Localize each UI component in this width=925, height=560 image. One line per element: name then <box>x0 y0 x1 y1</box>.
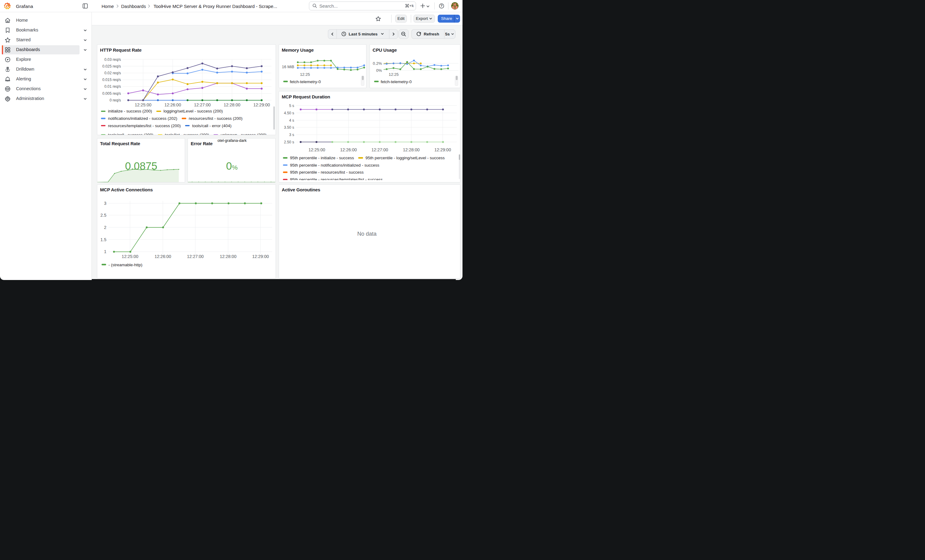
svg-text:12:25: 12:25 <box>389 72 399 77</box>
svg-text:0.005 req/s: 0.005 req/s <box>102 92 121 96</box>
svg-text:3: 3 <box>104 201 106 206</box>
svg-text:0.02 req/s: 0.02 req/s <box>104 71 121 75</box>
svg-text:12:28:00: 12:28:00 <box>220 254 237 259</box>
svg-text:12:27:00: 12:27:00 <box>194 102 211 107</box>
svg-text:12:25:00: 12:25:00 <box>121 254 138 259</box>
svg-text:2.50 s: 2.50 s <box>284 140 294 144</box>
svg-text:12:27:00: 12:27:00 <box>187 254 204 259</box>
svg-text:12:29:00: 12:29:00 <box>253 102 270 107</box>
svg-text:1: 1 <box>104 249 106 254</box>
svg-text:?: ? <box>440 4 442 8</box>
svg-text:12:28:00: 12:28:00 <box>224 102 240 107</box>
svg-text:2: 2 <box>104 225 106 230</box>
svg-text:12:25: 12:25 <box>300 72 310 77</box>
svg-text:1.5: 1.5 <box>100 237 107 242</box>
svg-text:12:25:00: 12:25:00 <box>135 102 151 107</box>
svg-text:12:26:00: 12:26:00 <box>340 147 357 152</box>
svg-text:0.03 req/s: 0.03 req/s <box>104 57 121 62</box>
svg-text:12:26:00: 12:26:00 <box>164 102 181 107</box>
svg-text:12:28:00: 12:28:00 <box>403 147 420 152</box>
svg-text:12:27:00: 12:27:00 <box>371 147 388 152</box>
svg-text:12:29:00: 12:29:00 <box>434 147 451 152</box>
svg-text:16 MiB: 16 MiB <box>282 65 294 69</box>
svg-text:4.50 s: 4.50 s <box>284 111 294 115</box>
svg-text:0.015 req/s: 0.015 req/s <box>102 78 121 82</box>
svg-text:5 s: 5 s <box>289 104 294 108</box>
svg-text:12:26:00: 12:26:00 <box>154 254 171 259</box>
svg-text:4 s: 4 s <box>289 118 294 123</box>
svg-text:12:29:00: 12:29:00 <box>252 254 269 259</box>
svg-text:0 req/s: 0 req/s <box>110 98 121 102</box>
svg-text:2.5: 2.5 <box>100 212 107 217</box>
svg-text:0%: 0% <box>376 68 382 73</box>
svg-text:0.01 req/s: 0.01 req/s <box>104 84 121 89</box>
svg-text:3 s: 3 s <box>289 133 294 137</box>
svg-text:12:25:00: 12:25:00 <box>308 147 325 152</box>
svg-text:3.50 s: 3.50 s <box>284 125 294 130</box>
svg-text:0.2%: 0.2% <box>372 61 382 66</box>
svg-text:0.025 req/s: 0.025 req/s <box>102 64 121 69</box>
